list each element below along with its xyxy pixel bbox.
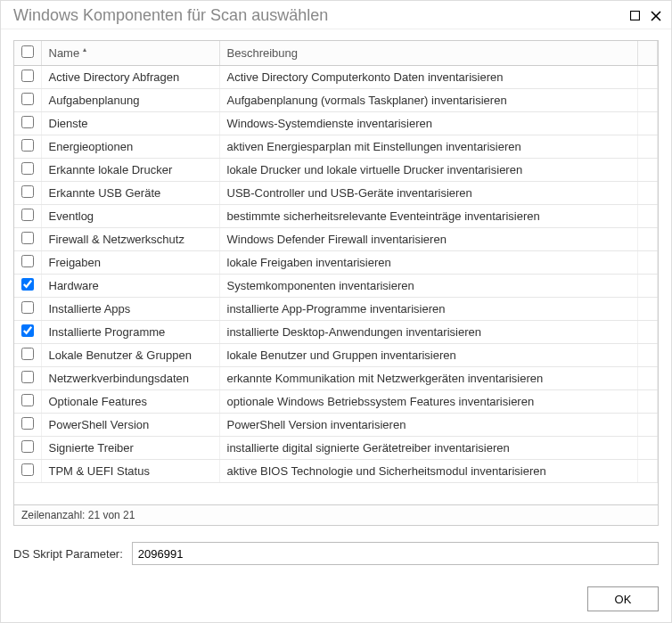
- row-extra-cell: [638, 135, 658, 159]
- row-checkbox-cell[interactable]: [14, 367, 41, 390]
- row-description-cell: bestimmte sicherheitsrelevante Eventeint…: [219, 205, 638, 228]
- row-description-cell: aktiven Energiesparplan mit Einstellunge…: [219, 135, 638, 159]
- row-checkbox[interactable]: [21, 93, 34, 105]
- row-checkbox-cell[interactable]: [14, 66, 41, 89]
- row-name-cell: Erkannte USB Geräte: [41, 182, 219, 205]
- row-name-cell: Lokale Benutzer & Gruppen: [41, 344, 219, 367]
- row-checkbox[interactable]: [21, 162, 34, 175]
- row-checkbox-cell[interactable]: [14, 89, 41, 112]
- header-description-label: Beschreibung: [227, 46, 299, 60]
- row-extra-cell: [638, 66, 658, 89]
- table-row[interactable]: PowerShell VersionPowerShell Version inv…: [14, 414, 658, 437]
- row-name-cell: Active Directory Abfragen: [41, 66, 219, 89]
- row-checkbox-cell[interactable]: [14, 112, 41, 135]
- row-extra-cell: [638, 437, 658, 460]
- row-checkbox-cell[interactable]: [14, 228, 41, 251]
- table-row[interactable]: Netzwerkverbindungsdatenerkannte Kommuni…: [14, 367, 658, 390]
- table-row[interactable]: Installierte Appsinstallierte App-Progra…: [14, 298, 658, 321]
- row-checkbox[interactable]: [21, 440, 34, 453]
- components-table: Name▴ Beschreibung Active Directory Abfr…: [14, 41, 658, 483]
- row-description-cell: PowerShell Version inventarisieren: [219, 414, 638, 437]
- table-row[interactable]: Active Directory AbfragenActive Director…: [14, 66, 658, 89]
- row-checkbox-cell[interactable]: [14, 159, 41, 182]
- row-extra-cell: [638, 367, 658, 390]
- row-name-cell: Hardware: [41, 275, 219, 298]
- row-name-cell: Netzwerkverbindungsdaten: [41, 367, 219, 390]
- row-extra-cell: [638, 182, 658, 205]
- row-checkbox-cell[interactable]: [14, 414, 41, 437]
- table-row[interactable]: DiensteWindows-Systemdienste inventarisi…: [14, 112, 658, 135]
- row-checkbox-cell[interactable]: [14, 390, 41, 414]
- row-checkbox[interactable]: [21, 278, 34, 291]
- header-name[interactable]: Name▴: [41, 41, 219, 66]
- row-description-cell: installierte App-Programme inventarisier…: [219, 298, 638, 321]
- parameter-input[interactable]: [132, 542, 659, 565]
- row-checkbox-cell[interactable]: [14, 460, 41, 483]
- row-name-cell: PowerShell Version: [41, 414, 219, 437]
- table-row[interactable]: Optionale Featuresoptionale Windows Betr…: [14, 390, 658, 414]
- table-row[interactable]: Erkannte USB GeräteUSB-Controller und US…: [14, 182, 658, 205]
- row-checkbox[interactable]: [21, 301, 34, 314]
- table-row[interactable]: HardwareSystemkomponenten inventarisiere…: [14, 275, 658, 298]
- row-checkbox-cell[interactable]: [14, 182, 41, 205]
- row-checkbox-cell[interactable]: [14, 135, 41, 159]
- header-name-label: Name: [49, 46, 80, 60]
- header-description[interactable]: Beschreibung: [219, 41, 638, 66]
- row-checkbox[interactable]: [21, 255, 34, 267]
- row-extra-cell: [638, 298, 658, 321]
- titlebar: Windows Komponenten für Scan auswählen: [1, 1, 671, 29]
- row-extra-cell: [638, 460, 658, 483]
- table-row[interactable]: Signierte Treiberinstallierte digital si…: [14, 437, 658, 460]
- table-row[interactable]: Energieoptionenaktiven Energiesparplan m…: [14, 135, 658, 159]
- row-name-cell: Signierte Treiber: [41, 437, 219, 460]
- table-row[interactable]: Installierte Programmeinstallierte Deskt…: [14, 321, 658, 344]
- row-checkbox[interactable]: [21, 185, 34, 198]
- row-description-cell: lokale Benutzer und Gruppen inventarisie…: [219, 344, 638, 367]
- header-checkbox-cell[interactable]: [14, 41, 41, 66]
- row-description-cell: erkannte Kommunikation mit Netzwerkgerät…: [219, 367, 638, 390]
- select-all-checkbox[interactable]: [21, 45, 34, 58]
- row-checkbox[interactable]: [21, 394, 34, 406]
- row-checkbox-cell[interactable]: [14, 321, 41, 344]
- table-row[interactable]: Freigabenlokale Freigaben inventarisiere…: [14, 251, 658, 275]
- row-checkbox[interactable]: [21, 463, 34, 476]
- row-checkbox[interactable]: [21, 209, 34, 221]
- row-checkbox-cell[interactable]: [14, 205, 41, 228]
- table-row[interactable]: TPM & UEFI Statusaktive BIOS Technologie…: [14, 460, 658, 483]
- row-description-cell: aktive BIOS Technologie und Sicherheitsm…: [219, 460, 638, 483]
- row-name-cell: Erkannte lokale Drucker: [41, 159, 219, 182]
- row-checkbox[interactable]: [21, 139, 34, 152]
- table-row[interactable]: Lokale Benutzer & Gruppenlokale Benutzer…: [14, 344, 658, 367]
- table-row[interactable]: Eventlogbestimmte sicherheitsrelevante E…: [14, 205, 658, 228]
- row-description-cell: USB-Controller und USB-Geräte inventaris…: [219, 182, 638, 205]
- table-row[interactable]: AufgabenplanungAufgabenplanung (vormals …: [14, 89, 658, 112]
- row-checkbox[interactable]: [21, 232, 34, 244]
- row-description-cell: lokale Drucker und lokale virtuelle Druc…: [219, 159, 638, 182]
- close-icon[interactable]: [650, 10, 662, 22]
- grid-scroll-region[interactable]: Name▴ Beschreibung Active Directory Abfr…: [14, 41, 658, 504]
- row-name-cell: Installierte Apps: [41, 298, 219, 321]
- row-checkbox-cell[interactable]: [14, 344, 41, 367]
- row-checkbox[interactable]: [21, 324, 34, 337]
- row-extra-cell: [638, 228, 658, 251]
- table-row[interactable]: Erkannte lokale Druckerlokale Drucker un…: [14, 159, 658, 182]
- row-checkbox[interactable]: [21, 116, 34, 128]
- row-checkbox-cell[interactable]: [14, 275, 41, 298]
- row-checkbox[interactable]: [21, 348, 34, 360]
- row-checkbox-cell[interactable]: [14, 251, 41, 275]
- row-extra-cell: [638, 390, 658, 414]
- row-description-cell: installierte digital signierte Gerätetre…: [219, 437, 638, 460]
- row-name-cell: Freigaben: [41, 251, 219, 275]
- row-checkbox[interactable]: [21, 371, 34, 383]
- row-checkbox-cell[interactable]: [14, 298, 41, 321]
- header-extra: [638, 41, 658, 66]
- ok-button[interactable]: OK: [587, 586, 659, 611]
- row-checkbox-cell[interactable]: [14, 437, 41, 460]
- row-extra-cell: [638, 205, 658, 228]
- row-extra-cell: [638, 112, 658, 135]
- row-checkbox[interactable]: [21, 70, 34, 82]
- table-row[interactable]: Firewall & NetzwerkschutzWindows Defende…: [14, 228, 658, 251]
- row-extra-cell: [638, 414, 658, 437]
- maximize-icon[interactable]: [628, 10, 641, 22]
- row-checkbox[interactable]: [21, 417, 34, 430]
